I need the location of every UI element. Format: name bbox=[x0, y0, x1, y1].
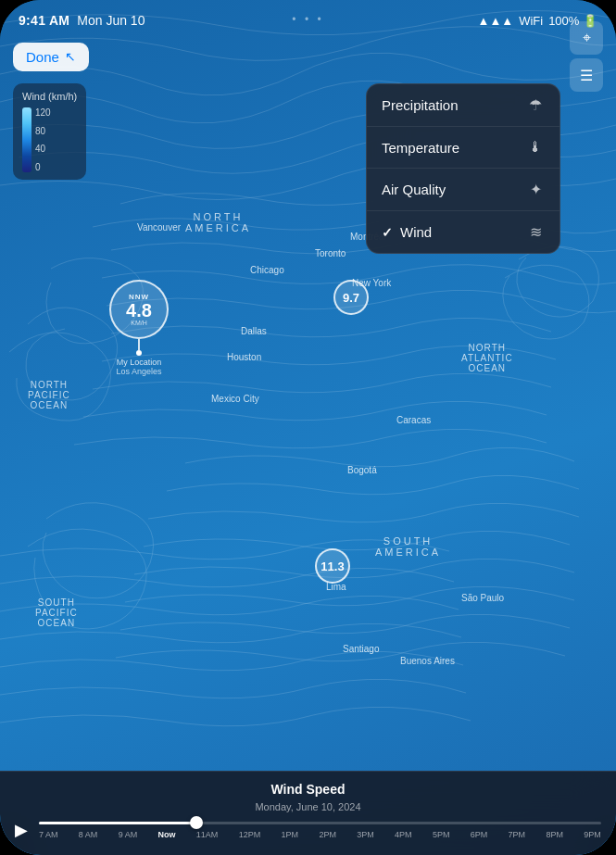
temperature-icon: 🌡 bbox=[526, 139, 545, 156]
play-button[interactable]: ▶ bbox=[15, 820, 28, 840]
dropdown-item-air-quality[interactable]: Air Quality ✦ bbox=[367, 169, 559, 211]
timeline-label-1pm: 1PM bbox=[282, 830, 299, 839]
wind-labels: 120 80 40 0 bbox=[35, 107, 51, 172]
wind-legend-title: Wind (km/h) bbox=[22, 91, 77, 102]
timeline-label-now: Now bbox=[158, 830, 176, 839]
top-right-buttons: ⌖ ☰ bbox=[570, 21, 603, 92]
wind-unit-large: KM/H bbox=[131, 320, 147, 326]
wind-label-0: 0 bbox=[35, 162, 51, 172]
timeline-subtitle: Monday, June 10, 2024 bbox=[255, 801, 360, 812]
timeline-label-6pm: 6PM bbox=[471, 830, 488, 839]
status-time: 9:41 AM bbox=[19, 13, 69, 28]
temperature-label: Temperature bbox=[382, 140, 459, 156]
wind-badge-circle-lima: 11.3 bbox=[315, 548, 350, 584]
cursor-icon: ↖ bbox=[65, 49, 76, 64]
wind-badge-lima: 11.3 bbox=[315, 548, 350, 584]
wind-badge-dot bbox=[136, 350, 142, 356]
timeline-thumb bbox=[190, 816, 203, 829]
timeline-label-11am: 11AM bbox=[196, 830, 219, 839]
timeline-label-9am: 9 AM bbox=[119, 830, 138, 839]
wind-icon: ≋ bbox=[526, 223, 545, 241]
timeline-fill bbox=[39, 822, 196, 824]
top-bar: Done ↖ ⌖ ☰ bbox=[0, 33, 616, 80]
wind-badge-circle-large: NNW 4.8 KM/H bbox=[109, 280, 169, 339]
my-location-label: My Location bbox=[117, 358, 162, 367]
wind-label-40: 40 bbox=[35, 144, 51, 154]
timeline-title: Wind Speed bbox=[271, 782, 346, 797]
done-label: Done bbox=[26, 49, 59, 65]
wind-speed-ny: 9.7 bbox=[343, 292, 359, 304]
timeline-label-5pm: 5PM bbox=[433, 830, 450, 839]
navigation-icon: ⌖ bbox=[583, 30, 591, 46]
wind-badge-new-york: 9.7 bbox=[333, 280, 369, 315]
wind-gradient-visual bbox=[22, 107, 31, 172]
timeline-label-7am: 7 AM bbox=[39, 830, 58, 839]
timeline-controls: ▶ 7 AM 8 AM 9 AM Now 11AM 12PM 1PM 2PM 3… bbox=[15, 820, 601, 840]
layers-icon: ☰ bbox=[580, 67, 593, 84]
layer-dropdown: Precipitation ☂ Temperature 🌡 Air Qualit… bbox=[366, 83, 560, 254]
timeline-label-7pm: 7PM bbox=[509, 830, 526, 839]
dropdown-item-temperature[interactable]: Temperature 🌡 bbox=[367, 127, 559, 169]
status-date: Mon Jun 10 bbox=[77, 13, 145, 28]
navigation-button[interactable]: ⌖ bbox=[570, 21, 603, 55]
timeline-label-2pm: 2PM bbox=[319, 830, 336, 839]
timeline-slider[interactable]: 7 AM 8 AM 9 AM Now 11AM 12PM 1PM 2PM 3PM… bbox=[39, 822, 601, 839]
timeline-label-3pm: 3PM bbox=[357, 830, 374, 839]
timeline-label-4pm: 4PM bbox=[395, 830, 412, 839]
wind-badge-my-location: NNW 4.8 KM/H My Location Los Angeles bbox=[109, 280, 169, 376]
wind-badge-circle-ny: 9.7 bbox=[333, 280, 369, 315]
wifi-icon: WiFi bbox=[519, 14, 543, 28]
precipitation-label: Precipitation bbox=[382, 97, 459, 113]
air-quality-label: Air Quality bbox=[382, 182, 446, 197]
timeline-label-8pm: 8PM bbox=[546, 830, 563, 839]
play-icon: ▶ bbox=[15, 821, 28, 839]
timeline-label-12pm: 12PM bbox=[239, 830, 261, 839]
wind-speed-lima: 11.3 bbox=[321, 560, 344, 572]
wind-label-80: 80 bbox=[35, 126, 51, 136]
timeline-label-9pm: 9PM bbox=[584, 830, 601, 839]
top-dots: • • • bbox=[292, 13, 323, 26]
device-frame: • • • 9:41 AM Mon Jun 10 ▲▲▲ WiFi 100% 🔋… bbox=[0, 0, 616, 855]
timeline-title-container: Wind Speed Monday, June 10, 2024 bbox=[15, 781, 601, 814]
timeline-bar: Wind Speed Monday, June 10, 2024 ▶ 7 AM … bbox=[0, 771, 616, 855]
dropdown-item-wind[interactable]: ✓ Wind ≋ bbox=[367, 211, 559, 253]
wind-checkmark: ✓ bbox=[382, 225, 393, 240]
signal-icon: ▲▲▲ bbox=[478, 14, 514, 28]
timeline-labels: 7 AM 8 AM 9 AM Now 11AM 12PM 1PM 2PM 3PM… bbox=[39, 830, 601, 839]
air-quality-icon: ✦ bbox=[526, 181, 545, 198]
timeline-track bbox=[39, 822, 601, 824]
wind-speed-large: 4.8 bbox=[126, 301, 152, 320]
wind-badge-pin bbox=[138, 339, 140, 350]
wind-legend-bar: 120 80 40 0 bbox=[22, 107, 77, 172]
wind-label: Wind bbox=[400, 224, 432, 240]
precipitation-icon: ☂ bbox=[526, 96, 545, 114]
wind-label-120: 120 bbox=[35, 107, 51, 118]
my-location-sublabel: Los Angeles bbox=[116, 367, 161, 376]
dropdown-item-precipitation[interactable]: Precipitation ☂ bbox=[367, 84, 559, 127]
done-button[interactable]: Done ↖ bbox=[13, 43, 89, 71]
timeline-label-8am: 8 AM bbox=[79, 830, 98, 839]
layers-button[interactable]: ☰ bbox=[570, 58, 603, 92]
wind-legend: Wind (km/h) 120 80 40 0 bbox=[13, 83, 86, 180]
